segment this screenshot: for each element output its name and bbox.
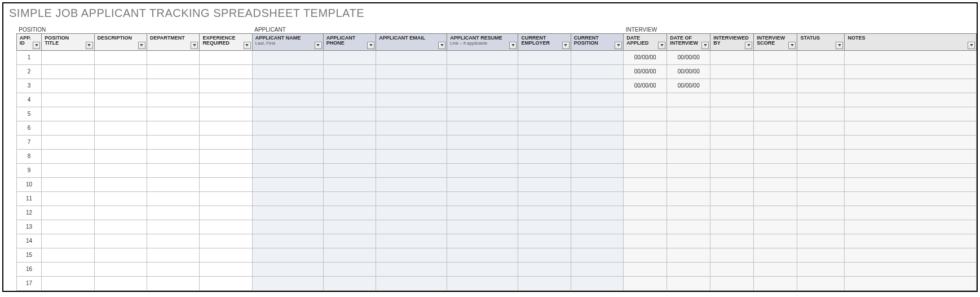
cell-position-title[interactable] [42,149,94,163]
cell-current-employer[interactable] [518,206,571,220]
cell-date-interview[interactable]: 00/00/00 [667,78,710,93]
cell-applicant-name[interactable] [252,64,323,78]
col-position-title[interactable]: POSITION TITLE [42,33,94,50]
cell-description[interactable] [94,220,147,234]
cell-interviewed-by[interactable] [710,234,754,248]
cell-description[interactable] [94,248,147,262]
cell-interview-score[interactable] [754,78,797,93]
cell-interview-score[interactable] [754,149,797,163]
cell-notes[interactable] [845,93,977,107]
col-status[interactable]: STATUS [797,33,845,50]
cell-current-employer[interactable] [518,107,571,121]
cell-app-id[interactable]: 16 [16,262,41,276]
cell-date-applied[interactable] [624,93,667,107]
cell-date-applied[interactable] [624,149,667,163]
cell-applicant-resume[interactable] [447,93,518,107]
cell-experience-required[interactable] [200,93,252,107]
cell-experience-required[interactable] [200,78,252,93]
cell-current-employer[interactable] [518,191,571,206]
col-date-applied[interactable]: DATE APPLIED [624,33,667,50]
cell-notes[interactable] [845,64,977,78]
cell-app-id[interactable]: 12 [16,206,41,220]
cell-current-employer[interactable] [518,248,571,262]
cell-current-position[interactable] [571,149,623,163]
filter-icon[interactable] [562,42,570,49]
cell-current-employer[interactable] [518,220,571,234]
cell-description[interactable] [94,234,147,248]
filter-icon[interactable] [315,42,322,49]
cell-applicant-name[interactable] [252,93,323,107]
cell-app-id[interactable]: 5 [16,107,41,121]
cell-current-employer[interactable] [518,64,571,78]
cell-department[interactable] [147,163,199,177]
cell-date-interview[interactable] [667,135,710,149]
cell-interview-score[interactable] [754,276,797,290]
cell-status[interactable] [797,262,845,276]
cell-date-interview[interactable] [667,107,710,121]
cell-status[interactable] [797,177,845,191]
cell-applicant-name[interactable] [252,276,323,290]
cell-date-interview[interactable] [667,276,710,290]
cell-applicant-name[interactable] [252,50,323,64]
cell-notes[interactable] [845,121,977,135]
cell-current-position[interactable] [571,78,623,93]
cell-description[interactable] [94,64,147,78]
cell-applicant-name[interactable] [252,191,323,206]
cell-date-interview[interactable] [667,234,710,248]
cell-applicant-name[interactable] [252,206,323,220]
cell-status[interactable] [797,50,845,64]
cell-applicant-email[interactable] [376,220,447,234]
filter-icon[interactable] [33,42,40,49]
filter-icon[interactable] [438,42,445,49]
cell-date-applied[interactable] [624,135,667,149]
cell-applicant-resume[interactable] [447,220,518,234]
filter-icon[interactable] [509,42,517,49]
cell-app-id[interactable]: 15 [16,248,41,262]
cell-app-id[interactable]: 3 [16,78,41,93]
cell-date-applied[interactable] [624,107,667,121]
cell-date-interview[interactable] [667,121,710,135]
cell-department[interactable] [147,135,199,149]
cell-applicant-email[interactable] [376,149,447,163]
cell-applicant-resume[interactable] [447,262,518,276]
cell-status[interactable] [797,248,845,262]
cell-date-applied[interactable]: 00/00/00 [624,78,667,93]
cell-status[interactable] [797,206,845,220]
cell-applicant-email[interactable] [376,64,447,78]
cell-experience-required[interactable] [200,135,252,149]
cell-position-title[interactable] [42,50,94,64]
cell-notes[interactable] [845,135,977,149]
cell-date-applied[interactable] [624,262,667,276]
filter-icon[interactable] [701,42,709,49]
col-interviewed-by[interactable]: INTERVIEWED BY [710,33,754,50]
cell-interviewed-by[interactable] [710,149,754,163]
cell-position-title[interactable] [42,191,94,206]
cell-current-position[interactable] [571,135,623,149]
cell-interview-score[interactable] [754,191,797,206]
cell-interview-score[interactable] [754,206,797,220]
cell-current-position[interactable] [571,206,623,220]
cell-date-interview[interactable] [667,93,710,107]
cell-current-employer[interactable] [518,262,571,276]
cell-applicant-name[interactable] [252,220,323,234]
cell-interviewed-by[interactable] [710,78,754,93]
cell-description[interactable] [94,93,147,107]
col-interview-score[interactable]: INTERVIEW SCORE [754,33,797,50]
col-notes[interactable]: NOTES [845,33,977,50]
cell-position-title[interactable] [42,107,94,121]
cell-current-position[interactable] [571,191,623,206]
cell-notes[interactable] [845,163,977,177]
cell-current-position[interactable] [571,248,623,262]
cell-interviewed-by[interactable] [710,93,754,107]
filter-icon[interactable] [191,42,198,49]
cell-applicant-phone[interactable] [323,121,376,135]
cell-position-title[interactable] [42,121,94,135]
col-app-id[interactable]: APP. ID [16,33,41,50]
cell-experience-required[interactable] [200,206,252,220]
cell-applicant-resume[interactable] [447,248,518,262]
filter-icon[interactable] [836,42,843,49]
cell-status[interactable] [797,234,845,248]
cell-experience-required[interactable] [200,234,252,248]
cell-position-title[interactable] [42,248,94,262]
cell-department[interactable] [147,93,199,107]
